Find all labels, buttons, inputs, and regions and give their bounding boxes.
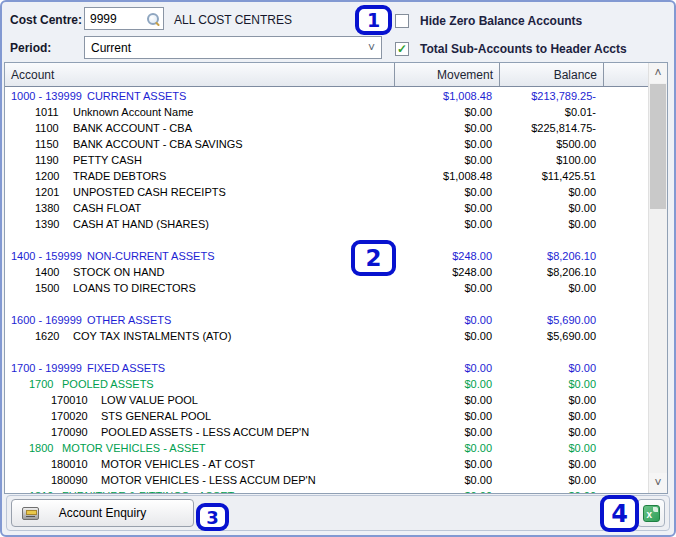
table-row[interactable] [5,296,648,312]
account-cell: 1800MOTOR VEHICLES - ASSET [5,442,395,454]
account-cell: 1201UNPOSTED CASH RECEIPTS [5,186,395,198]
balance-cell: $0.00 [500,282,604,294]
table-row[interactable]: 180090MOTOR VEHICLES - LESS ACCUM DEP'N … [5,472,648,488]
account-cell: 1700POOLED ASSETS [5,378,395,390]
table-row[interactable]: 180010MOTOR VEHICLES - AT COST $0.00 $0.… [5,456,648,472]
account-code: 1150 [35,138,73,150]
account-name: FURNITURE & FITTINGS - ASSET [62,490,234,493]
account-cell: 1380CASH FLOAT [5,202,395,214]
table-row[interactable] [5,232,648,248]
table-row[interactable]: 1700 - 199999FIXED ASSETS $0.00 $0.00 [5,360,648,376]
table-row[interactable]: 170010LOW VALUE POOL $0.00 $0.00 [5,392,648,408]
hide-zero-balance-checkbox[interactable] [395,14,409,28]
cost-centre-field[interactable] [84,7,164,30]
account-name: CASH AT HAND (SHARES) [73,218,209,230]
table-row[interactable]: 170020STS GENERAL POOL $0.00 $0.00 [5,408,648,424]
account-enquiry-button[interactable]: Account Enquiry [11,499,194,527]
table-row[interactable]: 1500LOANS TO DIRECTORS $0.00 $0.00 [5,280,648,296]
table-row[interactable]: 1190PETTY CASH $0.00 $100.00 [5,152,648,168]
movement-cell: $0.00 [395,394,500,406]
table-row[interactable]: 170090POOLED ASSETS - LESS ACCUM DEP'N $… [5,424,648,440]
account-cell: 170020STS GENERAL POOL [5,410,395,422]
table-row[interactable]: 1011Unknown Account Name $0.00 $0.01- [5,104,648,120]
movement-cell: $0.00 [395,474,500,486]
account-cell [5,234,395,246]
callout-1: 1 [355,5,392,35]
account-cell: 1200TRADE DEBTORS [5,170,395,182]
balance-cell: $0.00 [500,378,604,390]
account-code: 180090 [51,474,101,486]
account-name: STOCK ON HAND [73,266,164,278]
table-row[interactable]: 1600 - 169999OTHER ASSETS $0.00 $5,690.0… [5,312,648,328]
table-row[interactable]: 1380CASH FLOAT $0.00 $0.00 [5,200,648,216]
balance-cell: $0.00 [500,186,604,198]
period-value: Current [91,41,368,55]
movement-cell: $0.00 [395,362,500,374]
account-code: 1380 [35,202,73,214]
accounts-table: Account Movement Balance 1000 - 139999CU… [4,62,668,494]
scroll-down-icon: ˅ [654,476,661,490]
balance-cell: $0.00 [500,218,604,230]
balance-cell: $5,690.00 [500,314,604,326]
table-row[interactable]: 1100BANK ACCOUNT - CBA $0.00 $225,814.75… [5,120,648,136]
table-row[interactable]: 1810FURNITURE & FITTINGS - ASSET $0.00 $… [5,488,648,493]
account-code: 1810 [29,490,62,493]
scroll-up-button[interactable]: ˄ [649,63,667,83]
table-row[interactable]: 1200TRADE DEBTORS $1,008.48 $11,425.51 [5,168,648,184]
scrollbar-thumb[interactable] [650,84,666,209]
balance-cell: $0.00 [500,442,604,454]
account-name: POOLED ASSETS [62,378,154,390]
table-row[interactable]: 1400 - 159999NON-CURRENT ASSETS $248.00 … [5,248,648,264]
table-row[interactable]: 1400STOCK ON HAND $248.00 $8,206.10 [5,264,648,280]
table-row[interactable]: 1150BANK ACCOUNT - CBA SAVINGS $0.00 $50… [5,136,648,152]
account-cell: 1620COY TAX INSTALMENTS (ATO) [5,330,395,342]
table-row[interactable]: 1201UNPOSTED CASH RECEIPTS $0.00 $0.00 [5,184,648,200]
scroll-down-button[interactable]: ˅ [649,473,667,493]
table-row[interactable]: 1700POOLED ASSETS $0.00 $0.00 [5,376,648,392]
movement-cell: $0.00 [395,330,500,342]
column-header-movement[interactable]: Movement [395,63,500,86]
balance-cell: $100.00 [500,154,604,166]
movement-cell: $0.00 [395,282,500,294]
table-row[interactable]: 1390CASH AT HAND (SHARES) $0.00 $0.00 [5,216,648,232]
account-cell: 1810FURNITURE & FITTINGS - ASSET [5,490,395,493]
cost-centre-name: ALL COST CENTRES [174,13,292,27]
total-sub-accounts-checkbox[interactable]: ✓ [395,42,409,56]
account-name: POOLED ASSETS - LESS ACCUM DEP'N [101,426,309,438]
movement-cell: $0.00 [395,442,500,454]
table-row[interactable]: 1800MOTOR VEHICLES - ASSET $0.00 $0.00 [5,440,648,456]
balance-cell: $0.00 [500,474,604,486]
movement-cell: $0.00 [395,106,500,118]
account-cell: 1600 - 169999OTHER ASSETS [5,314,395,326]
column-header-balance[interactable]: Balance [500,63,604,86]
account-cell: 170090POOLED ASSETS - LESS ACCUM DEP'N [5,426,395,438]
account-cell: 1400STOCK ON HAND [5,266,395,278]
vertical-scrollbar[interactable]: ˄ ˅ [648,63,667,493]
table-row[interactable] [5,344,648,360]
movement-cell: $0.00 [395,138,500,150]
hide-zero-balance-label: Hide Zero Balance Accounts [420,14,582,28]
cash-register-icon [22,507,39,520]
chevron-down-icon: ˅ [368,42,375,54]
account-code: 180010 [51,458,101,470]
balance-cell: $213,789.25- [500,90,604,102]
period-dropdown[interactable]: Current ˅ [84,36,382,59]
balance-cell: $0.00 [500,458,604,470]
export-to-excel-button[interactable]: x [637,499,665,527]
table-row[interactable]: 1620COY TAX INSTALMENTS (ATO) $0.00 $5,6… [5,328,648,344]
account-code: 1500 [35,282,73,294]
magnifier-lookup-icon[interactable] [146,12,160,26]
account-cell: 180010MOTOR VEHICLES - AT COST [5,458,395,470]
account-cell [5,346,395,358]
table-header: Account Movement Balance [5,63,667,87]
bottom-toolbar: Account Enquiry x [6,495,670,531]
movement-cell: $1,008.48 [395,90,500,102]
movement-cell: $0.00 [395,154,500,166]
account-name: NON-CURRENT ASSETS [87,250,215,262]
account-name: TRADE DEBTORS [73,170,166,182]
account-code: 1190 [35,154,73,166]
table-row[interactable]: 1000 - 139999CURRENT ASSETS $1,008.48 $2… [5,88,648,104]
cost-centre-input[interactable] [90,12,146,26]
account-code: 1201 [35,186,73,198]
column-header-account[interactable]: Account [5,63,395,86]
